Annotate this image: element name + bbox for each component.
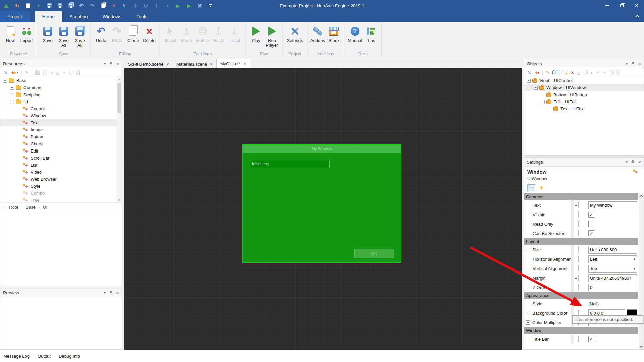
property-row-size[interactable]: +Size Units 800 600: [524, 245, 638, 254]
clone-icon[interactable]: [100, 3, 106, 9]
property-row-style[interactable]: Style (Null): [524, 299, 638, 308]
margin-field[interactable]: Units 487.206349807: [588, 274, 637, 282]
tab-materials-scene[interactable]: Materials.scene ×: [173, 60, 216, 68]
default-value-box[interactable]: [578, 336, 579, 342]
tree-item-common[interactable]: +Common: [0, 84, 122, 91]
tree-item-web-browser[interactable]: ◆◆Web Browser: [0, 176, 122, 183]
save-button[interactable]: Save: [40, 24, 55, 43]
default-value-box[interactable]: [578, 256, 579, 262]
tree-item-scroll-bar[interactable]: ◆◆Scroll Bar: [0, 155, 122, 162]
tree-item-button[interactable]: ◆◆Button: [0, 133, 122, 140]
category-appearance[interactable]: Appearance: [524, 292, 638, 299]
vertical-alignment-dropdown[interactable]: Top▾: [588, 265, 637, 273]
designed-window[interactable]: My Window Initial text OK: [242, 144, 401, 263]
default-value-box[interactable]: [578, 265, 579, 272]
close-panel-icon[interactable]: ×: [638, 61, 641, 67]
tips-button[interactable]: Tips: [363, 24, 379, 43]
default-value-box[interactable]: [578, 246, 579, 253]
delete-icon[interactable]: ×: [111, 3, 117, 9]
tree-item-style[interactable]: ◆◆Style: [0, 183, 122, 190]
tree-item-root-uicontrol[interactable]: −'Root' - UIControl: [524, 77, 644, 84]
designed-ok-button[interactable]: OK: [354, 249, 394, 258]
property-row-z-order[interactable]: Z Order 0: [524, 283, 638, 292]
property-row-vertical-alignment[interactable]: Vertical Alignment Top▾: [524, 264, 638, 273]
collapse-ribbon-icon[interactable]: [635, 15, 639, 18]
tab-tools[interactable]: Tools: [129, 11, 155, 22]
z-order-field[interactable]: 0: [588, 284, 637, 291]
read-only-checkbox[interactable]: [588, 221, 594, 227]
tree-item-window[interactable]: ◆◆Window: [0, 112, 122, 119]
undo-icon[interactable]: ↶: [78, 3, 85, 9]
settings-button[interactable]: Settings: [285, 24, 304, 43]
default-value-box[interactable]: [578, 284, 579, 290]
expand-icon[interactable]: +: [526, 276, 530, 280]
default-value-box[interactable]: [578, 202, 579, 208]
run-player-button[interactable]: Run Player: [264, 24, 280, 48]
pin-icon[interactable]: [631, 160, 635, 164]
restore-button[interactable]: [614, 0, 629, 11]
default-value-box[interactable]: [578, 211, 579, 218]
tab-windows[interactable]: Windows: [95, 11, 129, 22]
property-row-horizontal-alignment[interactable]: Horizontal Alignment Left▾: [524, 254, 638, 264]
close-panel-icon[interactable]: ×: [116, 61, 119, 67]
tree-item-control[interactable]: ◆◆Control: [0, 105, 122, 112]
tree-item-button-uibutton[interactable]: Button - UIButton: [524, 91, 644, 98]
addons-button[interactable]: Addons: [310, 24, 325, 43]
category-layout[interactable]: Layout: [524, 238, 638, 245]
events-tab-icon[interactable]: [537, 184, 545, 191]
settings-scrollbar[interactable]: [639, 193, 644, 349]
can-be-selected-checkbox[interactable]: ✓: [588, 230, 594, 236]
panel-menu-icon[interactable]: ▾: [104, 62, 106, 66]
expand-icon[interactable]: +: [526, 248, 530, 252]
expand-icon[interactable]: +: [526, 311, 530, 315]
minimize-button[interactable]: [600, 0, 614, 11]
save-as-button[interactable]: Save As: [56, 24, 71, 48]
save-all-icon[interactable]: [68, 3, 74, 9]
horizontal-alignment-dropdown[interactable]: Left▾: [588, 255, 637, 263]
tree-item-combo[interactable]: ◆◆Combo: [0, 190, 122, 197]
settings-icon[interactable]: [197, 3, 203, 9]
new-object-icon[interactable]: ★: [563, 70, 568, 75]
save-all-button[interactable]: Save All: [72, 24, 88, 48]
breadcrumb-ui[interactable]: UI: [43, 205, 47, 210]
property-row-visible[interactable]: Visible ✓: [524, 210, 638, 219]
tree-item-video[interactable]: ◆◆Video: [0, 169, 122, 176]
tab-home[interactable]: Home: [35, 11, 62, 22]
panel-menu-icon[interactable]: ▾: [626, 160, 628, 164]
tree-item-list[interactable]: ◆◆List: [0, 162, 122, 169]
visible-checkbox[interactable]: ✓: [588, 212, 594, 218]
tab-scripting[interactable]: Scripting: [62, 11, 95, 22]
close-tab-icon[interactable]: ×: [210, 62, 213, 67]
expand-icon[interactable]: +: [526, 320, 530, 325]
play-button[interactable]: Play: [248, 24, 264, 43]
ui-editor-canvas[interactable]: My Window Initial text OK: [124, 68, 522, 350]
tree-item-base[interactable]: −Base: [0, 77, 122, 84]
category-window[interactable]: Window: [524, 327, 638, 334]
settings-icon[interactable]: [527, 70, 532, 75]
resources-scrollbar[interactable]: ▲ ▼: [117, 77, 122, 202]
tree-item-window-uiwindow[interactable]: −Window - UIWindow: [524, 84, 644, 91]
designed-window-titlebar[interactable]: My Window: [243, 145, 401, 153]
pin-icon[interactable]: [631, 62, 635, 66]
store-button[interactable]: Store: [326, 24, 341, 43]
edit-icon[interactable]: ✎: [546, 70, 549, 75]
breadcrumb-root[interactable]: Root: [9, 205, 18, 210]
breadcrumb-base[interactable]: Base: [25, 205, 36, 210]
style-reference-box[interactable]: [578, 300, 579, 307]
close-tab-icon[interactable]: ×: [243, 61, 246, 66]
delete-button[interactable]: × Delete: [142, 24, 157, 43]
save-as-icon[interactable]: [57, 3, 63, 9]
refresh-icon[interactable]: ↻: [14, 3, 20, 9]
text-field[interactable]: My Window: [588, 201, 637, 209]
default-value-box[interactable]: [578, 221, 579, 227]
pin-icon[interactable]: [109, 62, 113, 66]
windows-icon[interactable]: [552, 71, 556, 74]
tree-item-check[interactable]: ◆◆Check: [0, 140, 122, 147]
category-common[interactable]: Common: [524, 193, 638, 200]
tree-item-text[interactable]: ◆◆Text: [0, 119, 122, 126]
tree-item-image[interactable]: ◆◆Image: [0, 126, 122, 133]
pin-icon[interactable]: [109, 291, 113, 295]
tab-output[interactable]: Output: [38, 354, 51, 359]
properties-tab-icon[interactable]: [527, 184, 535, 191]
title-bar-checkbox[interactable]: ✓: [588, 336, 594, 342]
